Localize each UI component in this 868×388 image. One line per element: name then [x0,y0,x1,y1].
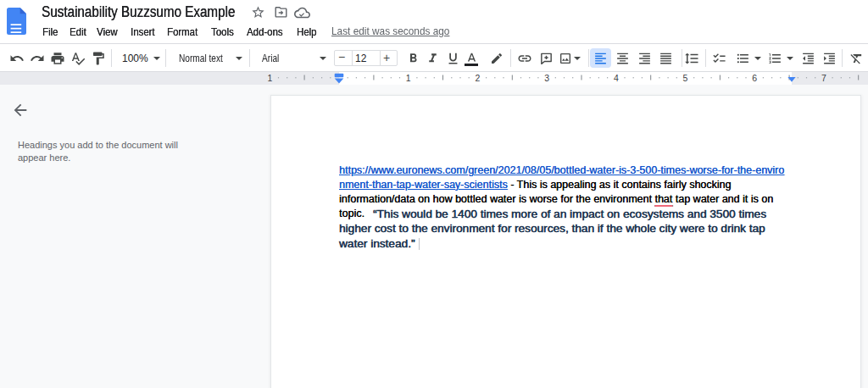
svg-text:7: 7 [821,73,826,83]
svg-text:1: 1 [267,73,272,83]
svg-text:5: 5 [683,73,688,83]
svg-text:3: 3 [544,73,549,83]
svg-text:2: 2 [475,73,480,83]
svg-text:4: 4 [614,73,619,83]
svg-text:6: 6 [752,73,757,83]
svg-text:1: 1 [406,73,411,83]
